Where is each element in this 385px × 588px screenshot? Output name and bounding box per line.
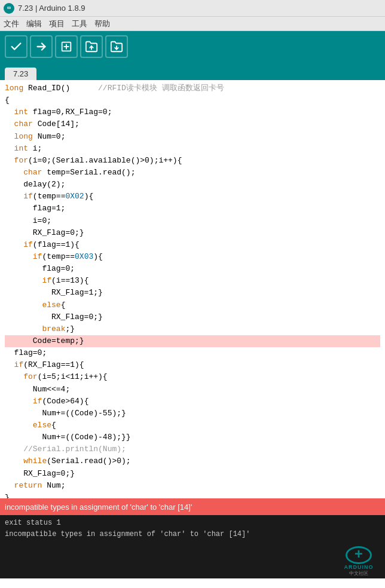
window-title: 7.23 | Arduino 1.8.9 bbox=[18, 4, 85, 13]
open-button[interactable] bbox=[80, 35, 103, 58]
menu-tools[interactable]: 工具 bbox=[72, 19, 87, 29]
menu-project[interactable]: 项目 bbox=[49, 19, 65, 29]
code-line: RX_Flag=0;} bbox=[5, 468, 380, 480]
code-line: i=0; bbox=[5, 215, 380, 227]
logo-circle: + bbox=[346, 546, 372, 564]
new-button[interactable] bbox=[55, 35, 78, 58]
code-line: int flag=0,RX_Flag=0; bbox=[5, 106, 380, 118]
code-line: delay(2); bbox=[5, 179, 380, 191]
title-bar: ∞ 7.23 | Arduino 1.8.9 bbox=[0, 0, 385, 17]
tab-bar: 7.23 bbox=[0, 62, 385, 80]
code-area: long Read_ID() //RFID读卡模块 调取函数返回卡号{ int … bbox=[0, 80, 385, 498]
code-line: while(Serial.read()>0); bbox=[5, 455, 380, 467]
error-bar: incompatible types in assignment of 'cha… bbox=[0, 498, 385, 515]
code-line: long Num=0; bbox=[5, 131, 380, 143]
code-lines: long Read_ID() //RFID读卡模块 调取函数返回卡号{ int … bbox=[5, 82, 380, 498]
code-line: if(i==13){ bbox=[5, 275, 380, 287]
code-line: if(RX_Flag==1){ bbox=[5, 359, 380, 371]
console-lines: exit status 1incompatible types in assig… bbox=[5, 517, 380, 540]
code-line: flag=1; bbox=[5, 203, 380, 215]
console-line: incompatible types in assignment of 'cha… bbox=[5, 529, 380, 540]
console-area: incompatible types in assignment of 'cha… bbox=[0, 498, 385, 578]
code-line: } bbox=[5, 492, 380, 498]
code-line: { bbox=[5, 94, 380, 106]
verify-button[interactable] bbox=[5, 35, 28, 58]
code-line: Num<<=4; bbox=[5, 384, 380, 396]
arduino-logo: + ARDUINO 中文社区 bbox=[335, 546, 383, 576]
menu-file[interactable]: 文件 bbox=[4, 19, 19, 29]
menu-bar: 文件 编辑 项目 工具 帮助 bbox=[0, 17, 385, 31]
code-line: if(temp==0X02){ bbox=[5, 191, 380, 203]
code-line: if(flag==1){ bbox=[5, 239, 380, 251]
code-line: int i; bbox=[5, 143, 380, 155]
code-line: flag=0; bbox=[5, 263, 380, 275]
code-line: for(i=0;(Serial.available()>0);i++){ bbox=[5, 155, 380, 167]
menu-edit[interactable]: 编辑 bbox=[26, 19, 42, 29]
code-line: if(Code>64){ bbox=[5, 396, 380, 408]
logo-brand-text: ARDUINO bbox=[344, 564, 374, 570]
file-tab[interactable]: 7.23 bbox=[5, 68, 36, 80]
upload-button[interactable] bbox=[30, 35, 53, 58]
code-line: Code=temp;} bbox=[5, 335, 380, 347]
error-message: incompatible types in assignment of 'cha… bbox=[5, 503, 192, 512]
code-line: //Serial.println(Num); bbox=[5, 443, 380, 455]
code-line: else{ bbox=[5, 419, 380, 431]
logo-plus-icon: + bbox=[355, 548, 363, 562]
save-button[interactable] bbox=[105, 35, 128, 58]
code-line: RX_Flag=1;} bbox=[5, 287, 380, 299]
code-line: return Num; bbox=[5, 480, 380, 492]
code-line: if(temp==0X03){ bbox=[5, 251, 380, 263]
app-logo: ∞ bbox=[4, 3, 14, 14]
code-line: for(i=5;i<11;i++){ bbox=[5, 371, 380, 383]
code-line: char temp=Serial.read(); bbox=[5, 167, 380, 179]
code-line: long Read_ID() //RFID读卡模块 调取函数返回卡号 bbox=[5, 82, 380, 94]
menu-help[interactable]: 帮助 bbox=[94, 19, 110, 29]
code-line: RX_Flag=0;} bbox=[5, 227, 380, 239]
code-line: break;} bbox=[5, 323, 380, 335]
code-line: RX_Flag=0;} bbox=[5, 311, 380, 323]
code-line: else{ bbox=[5, 299, 380, 311]
code-line: Num+=((Code)-55);} bbox=[5, 408, 380, 419]
code-line: flag=0; bbox=[5, 347, 380, 359]
console-line: exit status 1 bbox=[5, 517, 380, 529]
logo-sub-text: 中文社区 bbox=[349, 570, 368, 577]
toolbar bbox=[0, 31, 385, 62]
code-line: char Code[14]; bbox=[5, 118, 380, 130]
console-output: exit status 1incompatible types in assig… bbox=[0, 515, 385, 578]
code-line: Num+=((Code)-48);}} bbox=[5, 431, 380, 443]
